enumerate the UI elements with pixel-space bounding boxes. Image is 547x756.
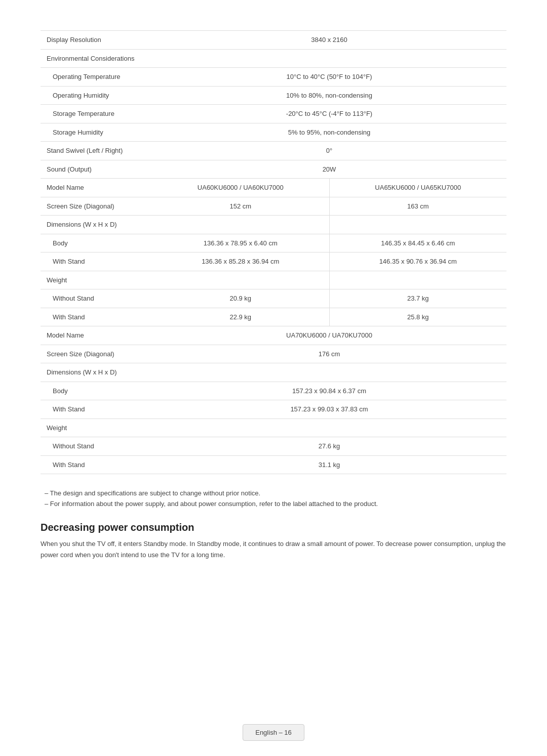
notes-section: – The design and specifications are subj… (41, 489, 506, 508)
row-label: Operating Humidity (41, 86, 152, 105)
row-value (152, 49, 506, 68)
row-label: Stand Swivel (Left / Right) (41, 142, 152, 160)
page-container: Display Resolution3840 x 2160Environment… (0, 0, 547, 601)
table-row: Weight (41, 271, 506, 289)
row-label: Model Name (41, 326, 152, 345)
row-value: 20W (152, 160, 506, 179)
row-value-right: 163 cm (329, 197, 506, 216)
row-label: Operating Temperature (41, 68, 152, 87)
row-value: -20°C to 45°C (-4°F to 113°F) (152, 105, 506, 123)
row-label: Storage Humidity (41, 123, 152, 142)
row-value: 10°C to 40°C (50°F to 104°F) (152, 68, 506, 87)
row-value-right (329, 216, 506, 234)
row-label: With Stand (41, 308, 152, 326)
row-value: 157.23 x 99.03 x 37.83 cm (152, 400, 506, 419)
row-value: 176 cm (152, 345, 506, 363)
table-row: Stand Swivel (Left / Right)0° (41, 142, 506, 160)
row-label: With Stand (41, 455, 152, 474)
row-value: 5% to 95%, non-condensing (152, 123, 506, 142)
row-value-right: 23.7 kg (329, 289, 506, 308)
note-2: – For information about the power supply… (41, 500, 506, 508)
row-value-left: 20.9 kg (152, 289, 329, 308)
row-value-left (152, 216, 329, 234)
row-value: 3840 x 2160 (152, 31, 506, 50)
row-value-right: 146.35 x 84.45 x 6.46 cm (329, 234, 506, 253)
row-value-left: 22.9 kg (152, 308, 329, 326)
row-label: Without Stand (41, 437, 152, 456)
table-row: With Stand136.36 x 85.28 x 36.94 cm146.3… (41, 253, 506, 271)
row-label: With Stand (41, 253, 152, 271)
row-value: 10% to 80%, non-condensing (152, 86, 506, 105)
table-row: Operating Temperature10°C to 40°C (50°F … (41, 68, 506, 87)
row-label: With Stand (41, 400, 152, 419)
row-label: Dimensions (W x H x D) (41, 216, 152, 234)
row-value-left: 136.36 x 78.95 x 6.40 cm (152, 234, 329, 253)
table-row: Weight (41, 418, 506, 437)
section-decreasing-power: Decreasing power consumption When you sh… (41, 522, 506, 561)
row-label: Display Resolution (41, 31, 152, 50)
row-label: Weight (41, 271, 152, 289)
row-label: Without Stand (41, 289, 152, 308)
row-value-right: 146.35 x 90.76 x 36.94 cm (329, 253, 506, 271)
table-row: Body157.23 x 90.84 x 6.37 cm (41, 382, 506, 400)
table-row: Body136.36 x 78.95 x 6.40 cm146.35 x 84.… (41, 234, 506, 253)
table-row: Screen Size (Diagonal)176 cm (41, 345, 506, 363)
table-row: With Stand22.9 kg25.8 kg (41, 308, 506, 326)
row-value-right: UA65KU6000 / UA65KU7000 (329, 179, 506, 197)
page-footer: English – 16 (0, 724, 547, 741)
row-label: Weight (41, 418, 152, 437)
table-row: Without Stand20.9 kg23.7 kg (41, 289, 506, 308)
row-value-left: 152 cm (152, 197, 329, 216)
spec-table: Display Resolution3840 x 2160Environment… (41, 30, 506, 474)
section-heading: Decreasing power consumption (41, 522, 506, 533)
table-row: Dimensions (W x H x D) (41, 363, 506, 382)
row-value-left (152, 271, 329, 289)
table-row: Without Stand27.6 kg (41, 437, 506, 456)
row-label: Screen Size (Diagonal) (41, 197, 152, 216)
row-label: Sound (Output) (41, 160, 152, 179)
row-value: 31.1 kg (152, 455, 506, 474)
table-row: With Stand157.23 x 99.03 x 37.83 cm (41, 400, 506, 419)
row-value: 0° (152, 142, 506, 160)
table-row: Dimensions (W x H x D) (41, 216, 506, 234)
row-value-right (329, 271, 506, 289)
table-row: Storage Temperature-20°C to 45°C (-4°F t… (41, 105, 506, 123)
table-row: Display Resolution3840 x 2160 (41, 31, 506, 50)
row-value: UA70KU6000 / UA70KU7000 (152, 326, 506, 345)
row-value-left: UA60KU6000 / UA60KU7000 (152, 179, 329, 197)
table-row: Model NameUA60KU6000 / UA60KU7000UA65KU6… (41, 179, 506, 197)
row-label: Dimensions (W x H x D) (41, 363, 152, 382)
row-value (152, 363, 506, 382)
note-1: – The design and specifications are subj… (41, 489, 506, 497)
table-row: Operating Humidity10% to 80%, non-conden… (41, 86, 506, 105)
row-label: Storage Temperature (41, 105, 152, 123)
row-value: 157.23 x 90.84 x 6.37 cm (152, 382, 506, 400)
table-row: With Stand31.1 kg (41, 455, 506, 474)
row-value-right: 25.8 kg (329, 308, 506, 326)
row-label: Body (41, 234, 152, 253)
table-row: Environmental Considerations (41, 49, 506, 68)
table-row: Sound (Output)20W (41, 160, 506, 179)
row-label: Environmental Considerations (41, 49, 152, 68)
row-label: Body (41, 382, 152, 400)
table-row: Model NameUA70KU6000 / UA70KU7000 (41, 326, 506, 345)
table-row: Storage Humidity5% to 95%, non-condensin… (41, 123, 506, 142)
row-label: Screen Size (Diagonal) (41, 345, 152, 363)
row-value: 27.6 kg (152, 437, 506, 456)
row-value-left: 136.36 x 85.28 x 36.94 cm (152, 253, 329, 271)
row-label: Model Name (41, 179, 152, 197)
table-row: Screen Size (Diagonal)152 cm163 cm (41, 197, 506, 216)
footer-badge: English – 16 (243, 724, 304, 741)
section-body: When you shut the TV off, it enters Stan… (41, 538, 506, 561)
row-value (152, 418, 506, 437)
